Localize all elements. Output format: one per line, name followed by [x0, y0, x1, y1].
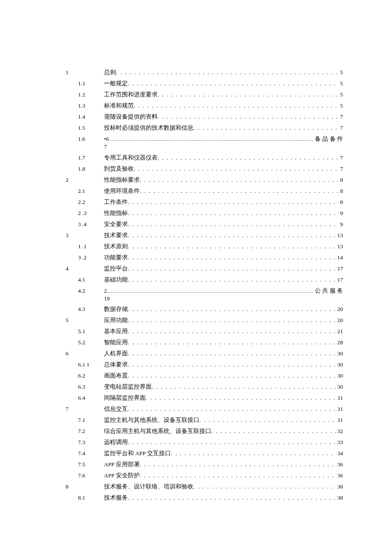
toc-title: APP 应用部署: [104, 462, 140, 468]
toc-subsection-number: 1.7: [78, 155, 104, 161]
toc-row: 7.5APP 应用部署36: [66, 462, 343, 468]
toc-row: 3 .4安全要求9: [66, 221, 343, 227]
toc-subsection-number: 4.2: [78, 288, 104, 294]
toc-leader-dots: [134, 166, 339, 172]
toc-leader-dots: [128, 232, 336, 238]
toc-title: 监控主机与其他系统、设备互联接口: [104, 417, 199, 423]
toc-page-number: 14: [336, 255, 343, 261]
toc-page-number: 5: [339, 81, 343, 87]
toc-title: 监控平台: [104, 266, 128, 272]
toc-page-number: 8: [339, 199, 343, 205]
toc-row: 4.3数据存储20: [66, 306, 343, 312]
toc-page-number: 8: [339, 177, 343, 183]
toc-row: 6人机界面30: [66, 351, 343, 357]
toc-title: 安全要求: [104, 221, 128, 227]
toc-leader-dots: [158, 155, 339, 161]
toc-row: 5.1基本应用21: [66, 328, 343, 334]
toc-page-number: 31: [336, 417, 343, 423]
toc-title: 工作条件: [104, 199, 128, 205]
toc-title: 间隔层监控界面: [104, 395, 146, 401]
toc-leader-dots: [128, 317, 336, 323]
toc-leader-dots: [128, 244, 336, 250]
toc-subsection-number: 7.1: [78, 417, 104, 423]
toc-title: 技术服务、设计联络、培训和验收: [104, 484, 193, 490]
toc-leader-dots: [128, 439, 336, 445]
toc-row: 2.1使用环境条件8: [66, 188, 343, 194]
toc-page-number: 8: [339, 188, 343, 194]
toc-leader-dots: [193, 125, 339, 131]
toc-section-number: 3: [66, 232, 78, 238]
toc-subsection-number: 1.8: [78, 166, 104, 172]
toc-title: 变电站层监控界面: [104, 384, 152, 390]
toc-trailing-text: 备 品 备 件: [314, 136, 343, 142]
toc-title: 总则: [104, 70, 116, 76]
toc-subsection-number: 2.2: [78, 199, 104, 205]
toc-page-number: 20: [336, 306, 343, 312]
toc-page-number: 5: [339, 103, 343, 109]
toc-page-number: 7: [339, 155, 343, 161]
toc-title: 一般规定: [104, 81, 128, 87]
toc-page-number: 38: [336, 484, 343, 490]
toc-title: 技术服务: [104, 495, 128, 501]
toc-row: 2.2工作条件8: [66, 199, 343, 205]
toc-row: 2 .3性能指标9: [66, 210, 343, 216]
toc-page-number: 30: [336, 384, 343, 390]
toc-row: 7.2综合应用主机与其他系统、设备互联接口32: [66, 428, 343, 434]
toc-extra-line: 19: [66, 296, 343, 302]
toc-row: 4.22公 共 服 务: [66, 288, 343, 294]
toc-leader-dots: [140, 177, 339, 183]
toc-page-number: 36: [336, 462, 343, 468]
toc-subsection-number: 1 .1: [78, 244, 104, 250]
toc-title: 标准和规范: [104, 103, 134, 109]
toc-row: 7.3远程调用33: [66, 439, 343, 445]
toc-page-number: 17: [336, 266, 343, 272]
toc-row: 8.1技术服务38: [66, 495, 343, 501]
toc-row: 1 .1技术原则13: [66, 244, 343, 250]
toc-page-number: 38: [336, 495, 343, 501]
toc-row: 7.4监控平台和 APP 交互接口34: [66, 450, 343, 456]
toc-subsection-number: 3 .4: [78, 221, 104, 227]
toc-title: 总体要求: [104, 362, 128, 368]
toc-title: 信息交互: [104, 406, 128, 412]
toc-leader-dots: [116, 70, 339, 76]
toc-page-number: 30: [336, 362, 343, 368]
toc-leader-dots: [128, 266, 336, 272]
toc-row: 6.1 1总体要求30: [66, 362, 343, 368]
toc-subsection-number: 6.3: [78, 384, 104, 390]
toc-title: 基础功能: [104, 277, 128, 283]
toc-title: 监控平台和 APP 交互接口: [104, 450, 171, 456]
toc-leader-dots: [128, 81, 339, 87]
toc-title: 综合应用主机与其他系统、设备互联接口: [104, 428, 211, 434]
toc-title: 智能应用: [104, 340, 128, 346]
toc-page-number: 5: [339, 70, 343, 76]
toc-title: 人机界面: [104, 351, 128, 357]
toc-section-number: 2: [66, 177, 78, 183]
toc-page-number: 7: [339, 114, 343, 120]
toc-section-number: 1: [66, 70, 78, 76]
toc-leader-dots: [152, 384, 336, 390]
toc-title: 画面布置: [104, 373, 128, 379]
toc-leader-dots: [199, 417, 336, 423]
toc-title: APP 安全防护: [104, 473, 140, 479]
toc-row: 1.1一般规定5: [66, 81, 343, 87]
toc-page-number: 31: [336, 395, 343, 401]
toc-page-number: 28: [336, 340, 343, 346]
toc-page-number: 13: [336, 244, 343, 250]
toc-page-number: 34: [336, 450, 343, 456]
toc-leader-dots: [158, 114, 339, 120]
toc-subsection-number: 7.3: [78, 439, 104, 445]
toc-subsection-number: 6.4: [78, 395, 104, 401]
toc-row: 4监控平台17: [66, 266, 343, 272]
toc-row: 1.2工作范围和进度要求5: [66, 92, 343, 98]
toc-page-number: 21: [336, 328, 343, 334]
toc-title: •6: [104, 136, 109, 142]
toc-leader-dots: [107, 289, 314, 293]
toc-leader-dots: [140, 462, 336, 468]
toc-page-number: 33: [336, 439, 343, 445]
toc-title: 技术要求: [104, 232, 128, 238]
toc-section-number: 8: [66, 484, 78, 490]
toc-leader-dots: [128, 351, 336, 357]
toc-leader-dots: [128, 210, 339, 216]
toc-row: 1.6•6备 品 备 件: [66, 136, 343, 142]
toc-subsection-number: 1.2: [78, 92, 104, 98]
